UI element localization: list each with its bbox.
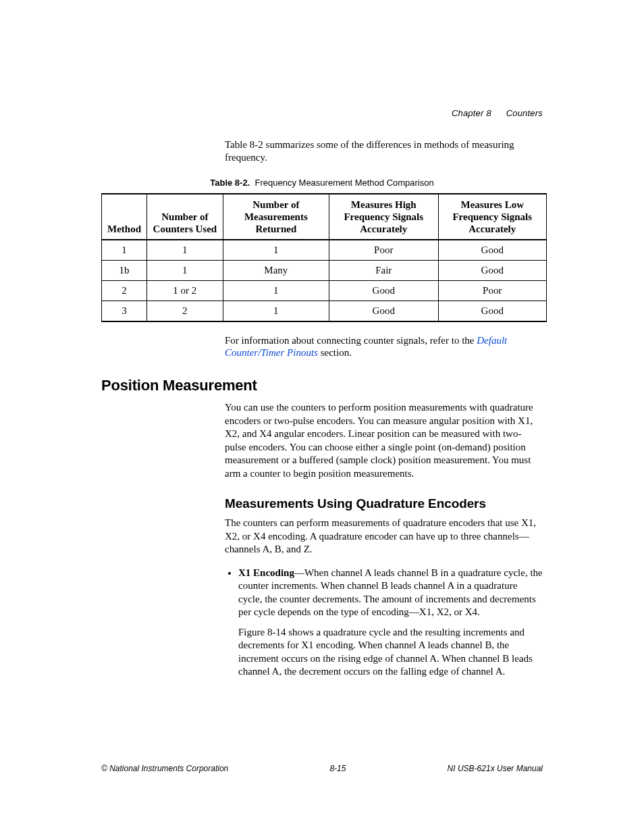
table-row: 1 1 1 Poor Good [102,240,547,261]
cell: 1 [147,240,223,261]
encoding-list: X1 Encoding—When channel A leads channel… [225,567,543,679]
cell: 1 [223,301,329,321]
col-method: Method [102,194,147,240]
cell: 1 or 2 [147,280,223,301]
cell: Good [329,301,439,321]
cell: Good [438,301,546,321]
post-table-paragraph: For information about connecting counter… [225,334,543,360]
position-paragraph: You can use the counters to perform posi… [225,401,543,480]
post-table-post: section. [318,347,352,358]
list-item: X1 Encoding—When channel A leads channel… [238,567,543,679]
chapter-label: Chapter 8 [452,108,491,118]
col-low-freq: Measures Low Frequency Signals Accuratel… [438,194,546,240]
footer-right: NI USB-621x User Manual [448,764,543,773]
col-high-freq: Measures High Frequency Signals Accurate… [329,194,439,240]
table-caption: Table 8-2. Frequency Measurement Method … [101,178,543,188]
cell: 1 [223,240,329,261]
cell: Good [438,260,546,280]
table-row: 1b 1 Many Fair Good [102,260,547,280]
col-measurements: Number of Measurements Returned [223,194,329,240]
cell: Fair [329,260,439,280]
cell: 2 [102,280,147,301]
cell: Poor [329,240,439,261]
table-caption-title: Frequency Measurement Method Comparison [255,178,434,188]
table-header-row: Method Number of Counters Used Number of… [102,194,547,240]
cell: 1 [223,280,329,301]
intro-paragraph: Table 8-2 summarizes some of the differe… [225,138,543,164]
page-footer: © National Instruments Corporation 8-15 … [101,764,543,773]
cell: 1 [147,260,223,280]
cell: Good [438,240,546,261]
quadrature-paragraph: The counters can perform measurements of… [225,517,543,556]
table-row: 2 1 or 2 1 Good Poor [102,280,547,301]
x1-encoding-label: X1 Encoding [238,567,294,578]
table-row: 3 2 1 Good Good [102,301,547,321]
cell: 3 [102,301,147,321]
chapter-title: Counters [506,108,543,118]
cell: 1b [102,260,147,280]
footer-left: © National Instruments Corporation [101,764,228,773]
table-caption-number: Table 8-2. [210,178,250,188]
post-table-pre: For information about connecting counter… [225,335,477,346]
frequency-comparison-table: Method Number of Counters Used Number of… [101,193,547,322]
x1-encoding-follow: Figure 8-14 shows a quadrature cycle and… [238,626,543,679]
section-heading-position-measurement: Position Measurement [101,377,543,394]
subsection-heading-quadrature: Measurements Using Quadrature Encoders [225,496,543,511]
cell: Many [223,260,329,280]
footer-center: 8-15 [329,764,346,773]
running-header: Chapter 8 Counters [452,108,543,118]
col-counters: Number of Counters Used [147,194,223,240]
cell: 2 [147,301,223,321]
cell: Good [329,280,439,301]
cell: Poor [438,280,546,301]
cell: 1 [102,240,147,261]
